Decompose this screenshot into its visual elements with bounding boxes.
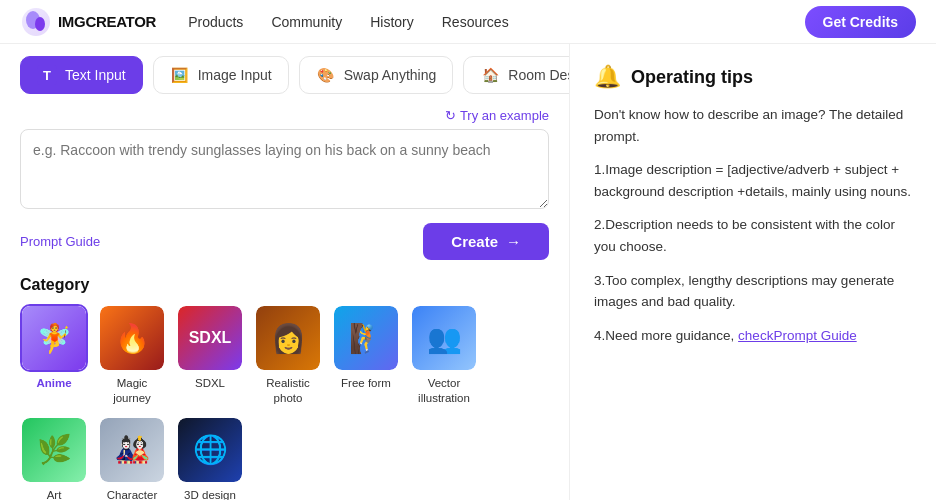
category-name-character: Character [107, 488, 158, 500]
category-img-sdxl: SDXL [176, 304, 244, 372]
tabs-bar: T Text Input 🖼️ Image Input 🎨 Swap Anyth… [20, 56, 549, 94]
category-img-character: 🎎 [98, 416, 166, 484]
category-name-anime: Anime [36, 376, 71, 391]
category-img-free-form: 🧗 [332, 304, 400, 372]
category-img-art: 🌿 [20, 416, 88, 484]
prompt-guide-link[interactable]: Prompt Guide [20, 234, 100, 249]
prompt-bottom-row: Prompt Guide Create → [20, 223, 549, 260]
nav-resources[interactable]: Resources [442, 14, 509, 30]
category-img-magic-journey: 🔥 [98, 304, 166, 372]
logo: IMGCREATOR [20, 6, 156, 38]
check-prompt-guide-link[interactable]: checkPrompt Guide [738, 328, 857, 343]
nav-products[interactable]: Products [188, 14, 243, 30]
swap-anything-icon: 🎨 [316, 65, 336, 85]
bell-icon: 🔔 [594, 64, 621, 90]
category-img-realistic-photo: 👩 [254, 304, 322, 372]
main-nav: Products Community History Resources [188, 14, 804, 30]
tips-title: Operating tips [631, 67, 753, 88]
category-item-sdxl[interactable]: SDXL SDXL [176, 304, 244, 406]
category-name-free-form: Free form [341, 376, 391, 391]
nav-history[interactable]: History [370, 14, 414, 30]
category-item-vector-illustration[interactable]: 👥 Vector illustration [410, 304, 478, 406]
category-item-art[interactable]: 🌿 Art [20, 416, 88, 500]
left-panel: T Text Input 🖼️ Image Input 🎨 Swap Anyth… [0, 44, 570, 500]
try-example-button[interactable]: ↻ Try an example [445, 108, 549, 123]
header: IMGCREATOR Products Community History Re… [0, 0, 936, 44]
logo-text: IMGCREATOR [58, 13, 156, 30]
room-design-icon: 🏠 [480, 65, 500, 85]
tab-room-design[interactable]: 🏠 Room Design [463, 56, 570, 94]
category-item-anime[interactable]: 🧚 Anime [20, 304, 88, 406]
arrow-right-icon: → [506, 233, 521, 250]
tab-swap-anything[interactable]: 🎨 Swap Anything [299, 56, 454, 94]
category-name-realistic-photo: Realistic photo [254, 376, 322, 406]
tips-paragraph-0: Don't know how to describe an image? The… [594, 104, 912, 147]
text-input-icon: T [37, 65, 57, 85]
category-name-magic-journey: Magic journey [98, 376, 166, 406]
main-container: T Text Input 🖼️ Image Input 🎨 Swap Anyth… [0, 44, 936, 500]
category-img-anime: 🧚 [20, 304, 88, 372]
create-button[interactable]: Create → [423, 223, 549, 260]
category-name-3d-design: 3D design [184, 488, 236, 500]
category-name-vector-illustration: Vector illustration [410, 376, 478, 406]
tips-body: Don't know how to describe an image? The… [594, 104, 912, 346]
nav-community[interactable]: Community [271, 14, 342, 30]
category-item-magic-journey[interactable]: 🔥 Magic journey [98, 304, 166, 406]
category-item-realistic-photo[interactable]: 👩 Realistic photo [254, 304, 322, 406]
right-panel: 🔔 Operating tips Don't know how to descr… [570, 44, 936, 500]
tab-text-input[interactable]: T Text Input [20, 56, 143, 94]
tab-image-input[interactable]: 🖼️ Image Input [153, 56, 289, 94]
logo-icon [20, 6, 52, 38]
image-input-icon: 🖼️ [170, 65, 190, 85]
tips-header: 🔔 Operating tips [594, 64, 912, 90]
category-img-3d-design: 🌐 [176, 416, 244, 484]
tips-paragraph-2: 2.Description needs to be consistent wit… [594, 214, 912, 257]
category-grid: 🧚 Anime 🔥 Magic journey SDXL SDXL 👩 [20, 304, 549, 500]
prompt-textarea[interactable] [20, 129, 549, 209]
category-item-character[interactable]: 🎎 Character [98, 416, 166, 500]
category-name-sdxl: SDXL [195, 376, 225, 391]
category-label: Category [20, 276, 549, 294]
tips-paragraph-4: 4.Need more guidance, checkPrompt Guide [594, 325, 912, 347]
get-credits-button[interactable]: Get Credits [805, 6, 916, 38]
tips-paragraph-3: 3.Too complex, lengthy descriptions may … [594, 270, 912, 313]
refresh-icon: ↻ [445, 108, 456, 123]
category-item-3d-design[interactable]: 🌐 3D design [176, 416, 244, 500]
category-item-free-form[interactable]: 🧗 Free form [332, 304, 400, 406]
category-img-vector-illustration: 👥 [410, 304, 478, 372]
tips-paragraph-1: 1.Image description = [adjective/adverb … [594, 159, 912, 202]
category-name-art: Art [47, 488, 62, 500]
try-example-row: ↻ Try an example [20, 108, 549, 123]
svg-point-2 [35, 17, 45, 31]
